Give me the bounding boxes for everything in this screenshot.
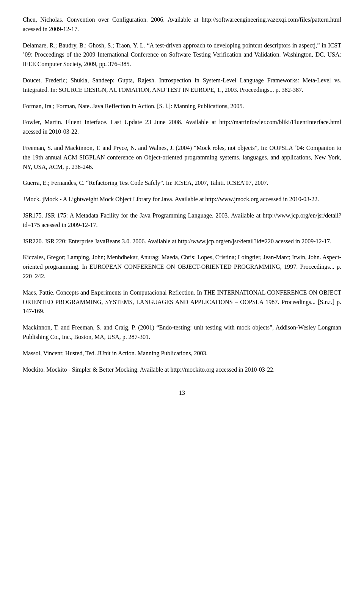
reference-freeman: Freeman, S. and Mackinnon, T. and Pryce,…: [23, 143, 341, 172]
reference-forman-text: Forman, Ira ; Forman, Nate. Java Reflect…: [23, 102, 341, 111]
reference-maes: Maes, Pattie. Concepts and Experiments i…: [23, 288, 341, 316]
page-content: Chen, Nicholas. Convention over Configur…: [23, 15, 341, 374]
reference-chen-text: Chen, Nicholas. Convention over Configur…: [23, 15, 341, 34]
reference-mackinnon: Mackinnon, T. and Freeman, S. and Craig,…: [23, 323, 341, 342]
reference-jsr220-text: JSR220. JSR 220: Enterprise JavaBeans 3.…: [23, 237, 341, 246]
reference-jmock: JMock. jMock - A Lightweight Mock Object…: [23, 195, 341, 204]
reference-forman: Forman, Ira ; Forman, Nate. Java Reflect…: [23, 102, 341, 111]
reference-doucet: Doucet, Frederic; Shukla, Sandeep; Gupta…: [23, 76, 341, 95]
reference-fowler-text: Fowler, Martin. Fluent Interface. Last U…: [23, 118, 341, 137]
reference-guerra-text: Guerra, E.; Fernandes, C. “Refactoring T…: [23, 178, 341, 188]
reference-maes-text: Maes, Pattie. Concepts and Experiments i…: [23, 288, 341, 316]
reference-freeman-text: Freeman, S. and Mackinnon, T. and Pryce,…: [23, 143, 341, 172]
reference-kiczales-text: Kiczales, Gregor; Lamping, John; Menhdhe…: [23, 253, 341, 281]
page-number: 13: [23, 389, 341, 396]
reference-chen: Chen, Nicholas. Convention over Configur…: [23, 15, 341, 34]
reference-delamare: Delamare, R.; Baudry, B.; Ghosh, S.; Tra…: [23, 41, 341, 69]
reference-delamare-text: Delamare, R.; Baudry, B.; Ghosh, S.; Tra…: [23, 41, 341, 69]
reference-jsr175: JSR175. JSR 175: A Metadata Facility for…: [23, 211, 341, 230]
reference-jsr220: JSR220. JSR 220: Enterprise JavaBeans 3.…: [23, 237, 341, 246]
reference-massol-text: Massol, Vincent; Husted, Ted. JUnit in A…: [23, 349, 341, 358]
reference-mackinnon-text: Mackinnon, T. and Freeman, S. and Craig,…: [23, 323, 341, 342]
reference-jsr175-text: JSR175. JSR 175: A Metadata Facility for…: [23, 211, 341, 230]
reference-mockito: Mockito. Mockito - Simpler & Better Mock…: [23, 365, 341, 375]
reference-massol: Massol, Vincent; Husted, Ted. JUnit in A…: [23, 349, 341, 358]
reference-fowler: Fowler, Martin. Fluent Interface. Last U…: [23, 118, 341, 137]
reference-kiczales: Kiczales, Gregor; Lamping, John; Menhdhe…: [23, 253, 341, 281]
reference-guerra: Guerra, E.; Fernandes, C. “Refactoring T…: [23, 178, 341, 188]
reference-jmock-text: JMock. jMock - A Lightweight Mock Object…: [23, 195, 341, 204]
reference-doucet-text: Doucet, Frederic; Shukla, Sandeep; Gupta…: [23, 76, 341, 95]
reference-mockito-text: Mockito. Mockito - Simpler & Better Mock…: [23, 365, 341, 375]
